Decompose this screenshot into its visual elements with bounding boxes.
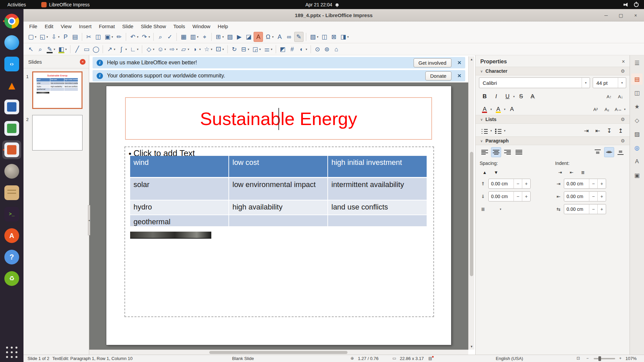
activities-button[interactable]: Activities [7, 2, 26, 7]
basic-shapes-button[interactable]: ◇▾ [145, 44, 156, 54]
increment-button[interactable]: + [522, 192, 530, 201]
superscript-button[interactable]: A² [590, 104, 600, 114]
dock-vlc[interactable]: ▲ [2, 76, 21, 95]
display-grid-button[interactable]: ▦ [179, 32, 188, 42]
zoom-fit-icon[interactable]: ⊡ [577, 355, 580, 362]
scroll-up-icon[interactable]: ▲ [469, 56, 475, 62]
insert-hyperlink-button[interactable]: ∞ [285, 32, 293, 42]
insert-chart-button[interactable]: ◪ [244, 32, 253, 42]
horizontal-scrollbar-thumb[interactable] [209, 351, 347, 354]
sidebar-tab-shapes[interactable]: ◇ [631, 115, 643, 126]
sidebar-tab-gallery[interactable]: ▨ [631, 128, 643, 140]
menu-help[interactable]: Help [214, 22, 232, 30]
duplicate-slide-button[interactable]: ◫ [320, 32, 329, 42]
dropdown-arrow-icon[interactable]: ▾ [187, 48, 189, 51]
insert-image-button[interactable]: ▨ [225, 32, 234, 42]
character-dialog-button[interactable]: A [507, 104, 517, 114]
align-center-button[interactable] [491, 147, 501, 157]
dropdown-arrow-icon[interactable]: ▾ [222, 48, 224, 51]
line-spacing-button[interactable] [488, 204, 498, 214]
select-button[interactable]: ↖ [26, 44, 35, 54]
collapse-chevron-icon[interactable]: ∨ [480, 69, 483, 73]
italic-button[interactable]: I [491, 92, 501, 102]
ordered-list-dropdown-icon[interactable]: ▾ [504, 129, 506, 132]
fill-color-button[interactable]: ◧▾ [57, 44, 68, 54]
sidebar-tab-animation[interactable]: ★ [631, 101, 643, 112]
close-button[interactable]: × [632, 13, 639, 18]
volume-icon[interactable] [624, 3, 629, 7]
minimize-button[interactable]: ─ [602, 13, 610, 18]
dropdown-arrow-icon[interactable]: ▾ [306, 48, 307, 51]
decrement-button[interactable]: − [514, 179, 522, 188]
maximize-button[interactable]: ▢ [617, 13, 625, 18]
lists-section-header[interactable]: ∨ Lists ⚙ [476, 115, 630, 124]
star-shapes-button[interactable]: ☆▾ [202, 44, 213, 54]
spacing-below-paragraph-input[interactable] [489, 194, 514, 199]
insert-table-button[interactable]: ⊞▾ [214, 32, 225, 42]
rectangle-button[interactable]: ▭ [82, 44, 91, 54]
image-filter-button[interactable]: ◐▾ [297, 44, 308, 54]
curves-and-polygons-button[interactable]: ∫▾ [117, 44, 128, 54]
menu-format[interactable]: Format [95, 22, 119, 30]
open-button[interactable]: ◱▾ [38, 32, 49, 42]
font-color-button[interactable]: A [480, 104, 490, 114]
indent-before-text-input[interactable] [564, 181, 589, 186]
connectors-button[interactable]: ∟▾ [128, 44, 140, 54]
menu-file[interactable]: File [25, 22, 41, 30]
lines-and-arrows-button[interactable]: ↗▾ [105, 44, 116, 54]
slide-layout-button[interactable]: ◨▾ [339, 32, 350, 42]
dropdown-arrow-icon[interactable]: ▾ [259, 48, 261, 51]
dock-calc[interactable] [2, 119, 21, 138]
workspace-canvas[interactable]: Sustainable Energy ● Click to add Text w… [89, 82, 468, 350]
close-notification-icon[interactable]: × [458, 59, 461, 66]
dock-terminal[interactable]: >_ [2, 205, 21, 224]
clock[interactable]: Apr 21 22:04 [305, 2, 338, 7]
dock-green-circle-app[interactable]: ♻ [2, 269, 21, 288]
table-cell[interactable] [229, 215, 328, 227]
block-arrows-button[interactable]: ⇨▾ [168, 44, 179, 54]
slide-thumbnail-2[interactable] [32, 115, 83, 150]
dropdown-arrow-icon[interactable]: ▾ [164, 48, 166, 51]
close-sidebar-icon[interactable]: × [622, 59, 625, 65]
zoom-slider-thumb[interactable] [598, 356, 601, 361]
undo-button[interactable]: ↶▾ [128, 32, 140, 42]
spelling-button[interactable]: ✓ [165, 32, 174, 42]
zoom-out-icon[interactable]: − [586, 355, 589, 362]
dropdown-arrow-icon[interactable]: ▾ [47, 35, 48, 39]
close-slides-panel-icon[interactable]: × [80, 59, 86, 65]
dropdown-arrow-icon[interactable]: ▾ [271, 48, 273, 51]
dropdown-arrow-icon[interactable]: ▾ [125, 48, 127, 51]
3d-objects-button[interactable]: ⚀▾ [214, 44, 225, 54]
vertical-scrollbar-thumb[interactable] [470, 152, 473, 276]
flowchart-shapes-button[interactable]: ▱▾ [179, 44, 190, 54]
unsaved-changes-icon[interactable]: ▤ [428, 355, 432, 362]
find-and-replace-button[interactable]: ⌕ [156, 32, 165, 42]
lists-more-options-icon[interactable]: ⚙ [621, 117, 625, 122]
insert-media-button[interactable]: ▶ [235, 32, 244, 42]
unordered-list-dropdown-icon[interactable]: ▾ [490, 129, 492, 132]
align-bottom-button[interactable] [615, 147, 626, 157]
character-more-options-icon[interactable]: ⚙ [621, 68, 625, 74]
dock-files[interactable] [2, 183, 21, 202]
donate-button[interactable]: Donate [425, 71, 451, 80]
increment-button[interactable]: + [597, 204, 606, 214]
promote-button[interactable]: ⇤ [593, 126, 603, 136]
slide-layout-indicator[interactable]: Blank Slide [232, 355, 254, 362]
dock-vscode[interactable]: ‹› [2, 55, 21, 73]
ellipse-button[interactable]: ◯ [92, 44, 100, 54]
unordered-list-button[interactable] [480, 126, 490, 136]
callout-shapes-button[interactable]: ◗▾ [191, 44, 202, 54]
dropdown-arrow-icon[interactable]: ▾ [153, 48, 155, 51]
underline-button[interactable]: U [502, 92, 513, 102]
move-down-button[interactable]: ↧ [604, 126, 614, 136]
panel-splitter-handle[interactable]: ◂ [88, 205, 90, 235]
dropdown-arrow-icon[interactable]: ▾ [35, 35, 37, 39]
glue-points-button[interactable]: ⊚ [323, 44, 331, 54]
decrease-paragraph-spacing-button[interactable]: ▼ [491, 167, 501, 177]
dock-gimp[interactable] [2, 162, 21, 181]
table-cell[interactable]: high availability [229, 200, 328, 215]
display-views-button[interactable]: ▥▾ [189, 32, 200, 42]
insert-text-box-button[interactable]: A [254, 32, 263, 42]
slide-editing-area[interactable]: Sustainable Energy ● Click to add Text w… [106, 86, 451, 345]
new-button[interactable]: ▢▾ [26, 32, 38, 42]
